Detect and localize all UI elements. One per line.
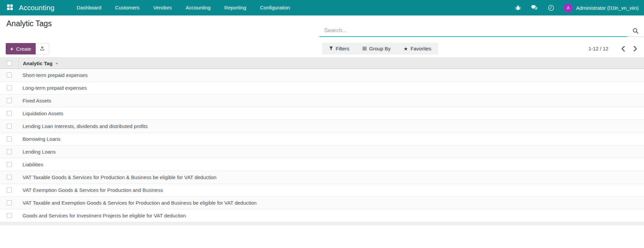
table-row[interactable]: VAT Taxable Goods & Services for Product…	[0, 171, 644, 184]
row-checkbox[interactable]	[7, 111, 12, 116]
search-icon[interactable]	[627, 19, 644, 37]
pager-value[interactable]: 1-12 / 12	[589, 46, 608, 51]
main-menu: Dashboard Customers Vendors Accounting R…	[77, 0, 290, 15]
row-checkbox-cell	[0, 124, 18, 129]
chevron-left-icon[interactable]	[619, 45, 627, 53]
column-header-label: Analytic Tag	[23, 60, 52, 66]
pager: 1-12 / 12	[589, 43, 639, 54]
clock-icon[interactable]	[547, 4, 555, 11]
row-checkbox-cell	[0, 73, 18, 78]
avatar: A	[564, 3, 573, 12]
column-header-analytic-tag[interactable]: Analytic Tag	[18, 58, 644, 69]
row-label: Liabilities	[18, 162, 43, 167]
menu-configuration[interactable]: Configuration	[260, 0, 290, 15]
row-checkbox[interactable]	[7, 73, 12, 78]
menu-vendors[interactable]: Vendors	[153, 0, 172, 15]
filters-label: Filters	[336, 46, 349, 51]
row-checkbox-cell	[0, 149, 18, 154]
row-checkbox[interactable]	[7, 188, 12, 193]
table-row[interactable]: Liquidation Assets	[0, 107, 644, 120]
favorites-button[interactable]: ★ Favorites	[404, 46, 431, 51]
row-checkbox-cell	[0, 136, 18, 141]
row-checkbox[interactable]	[7, 213, 12, 218]
row-checkbox-cell	[0, 188, 18, 193]
menu-customers[interactable]: Customers	[115, 0, 140, 15]
sort-caret-icon	[55, 63, 58, 65]
menu-dashboard[interactable]: Dashboard	[77, 0, 101, 15]
row-label: VAT Exemption Goods & Services for Produ…	[18, 187, 163, 193]
select-all-checkbox[interactable]	[7, 61, 12, 66]
navbar-right: A Administrator (l10n_vn_viin)	[514, 3, 639, 12]
row-label: Liquidation Assets	[18, 111, 63, 116]
list-body: Short-term prepaid expenses Long-term pr…	[0, 69, 644, 222]
create-button-group: + Create	[6, 43, 49, 54]
plus-icon: +	[10, 46, 13, 52]
row-checkbox[interactable]	[7, 85, 12, 90]
table-row[interactable]: VAT Exemption Goods & Services for Produ…	[0, 184, 644, 197]
row-checkbox-cell	[0, 98, 18, 103]
top-navbar: Accounting Dashboard Customers Vendors A…	[0, 0, 644, 15]
table-row[interactable]: Liabilities	[0, 158, 644, 171]
row-checkbox-cell	[0, 213, 18, 218]
create-button[interactable]: + Create	[6, 43, 36, 54]
menu-accounting[interactable]: Accounting	[186, 0, 211, 15]
group-by-label: Group By	[369, 46, 390, 51]
filters-button[interactable]: Filters	[329, 46, 349, 51]
search-bar	[319, 19, 644, 37]
table-row[interactable]: Fixed Assets	[0, 94, 644, 107]
export-button[interactable]	[36, 43, 49, 54]
row-label: Lending Loans	[18, 149, 55, 155]
user-menu[interactable]: A Administrator (l10n_vn_viin)	[564, 3, 639, 12]
table-row[interactable]: Lending Loans	[0, 146, 644, 158]
group-by-bars-icon	[363, 46, 367, 51]
row-checkbox[interactable]	[7, 124, 12, 129]
table-row[interactable]: Goods and Services for Investment Projec…	[0, 209, 644, 222]
download-icon	[40, 46, 45, 52]
row-checkbox[interactable]	[7, 175, 12, 180]
app-brand[interactable]: Accounting	[19, 4, 54, 12]
filter-funnel-icon	[329, 46, 333, 51]
app-window: Accounting Dashboard Customers Vendors A…	[0, 0, 644, 248]
search-field	[319, 19, 627, 37]
row-label: Long-term prepaid expenses	[18, 85, 87, 91]
row-label: Short-term prepaid expenses	[18, 72, 87, 78]
row-checkbox[interactable]	[7, 98, 12, 103]
table-row[interactable]: Long-term prepaid expenses	[0, 82, 644, 94]
row-checkbox-cell	[0, 85, 18, 90]
row-label: Lending Loan Interests, dividends and di…	[18, 123, 148, 129]
select-all-cell	[0, 58, 18, 69]
row-checkbox-cell	[0, 200, 18, 205]
list-footer-strip	[0, 222, 644, 225]
table-row[interactable]: Lending Loan Interests, dividends and di…	[0, 120, 644, 133]
row-checkbox-cell	[0, 111, 18, 116]
list-header-row: Analytic Tag	[0, 57, 644, 69]
search-input[interactable]	[319, 27, 627, 36]
table-row[interactable]: Borrowing Loans	[0, 133, 644, 146]
row-checkbox[interactable]	[7, 136, 12, 141]
row-checkbox[interactable]	[7, 149, 12, 154]
menu-reporting[interactable]: Reporting	[224, 0, 246, 15]
row-label: Borrowing Loans	[18, 136, 61, 142]
table-row[interactable]: VAT Taxable and Exemption Goods & Servic…	[0, 197, 644, 209]
analytic-tags-list: Analytic Tag Short-term prepaid expenses…	[0, 57, 644, 225]
row-checkbox-cell	[0, 175, 18, 180]
favorites-label: Favorites	[411, 46, 431, 51]
chat-icon[interactable]	[531, 4, 538, 11]
group-by-button[interactable]: Group By	[363, 46, 390, 51]
create-button-label: Create	[16, 46, 31, 52]
user-name: Administrator (l10n_vn_viin)	[576, 5, 639, 11]
row-label: VAT Taxable and Exemption Goods & Servic…	[18, 200, 257, 206]
table-row[interactable]: Short-term prepaid expenses	[0, 69, 644, 82]
page-title: Analytic Tags	[6, 19, 52, 28]
row-checkbox[interactable]	[7, 200, 12, 205]
star-icon: ★	[404, 46, 408, 51]
search-options: Filters Group By ★ Favorites	[322, 43, 438, 54]
apps-menu-button[interactable]	[5, 3, 14, 12]
row-label: Goods and Services for Investment Projec…	[18, 213, 186, 218]
row-label: Fixed Assets	[18, 98, 51, 104]
row-checkbox-cell	[0, 162, 18, 167]
row-checkbox[interactable]	[7, 162, 12, 167]
bug-icon[interactable]	[514, 4, 522, 11]
apps-grid-icon	[7, 4, 13, 12]
chevron-right-icon[interactable]	[631, 45, 639, 53]
